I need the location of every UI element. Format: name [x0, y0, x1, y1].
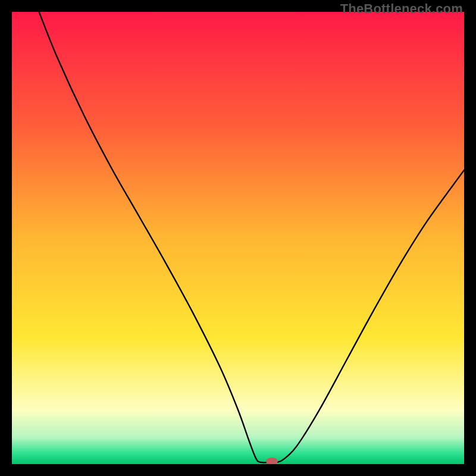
gradient-background — [12, 12, 464, 464]
watermark-label: TheBottleneck.com — [340, 1, 463, 17]
chart-frame: TheBottleneck.com — [0, 0, 476, 476]
plot-area — [12, 12, 464, 464]
chart-svg — [12, 12, 464, 464]
